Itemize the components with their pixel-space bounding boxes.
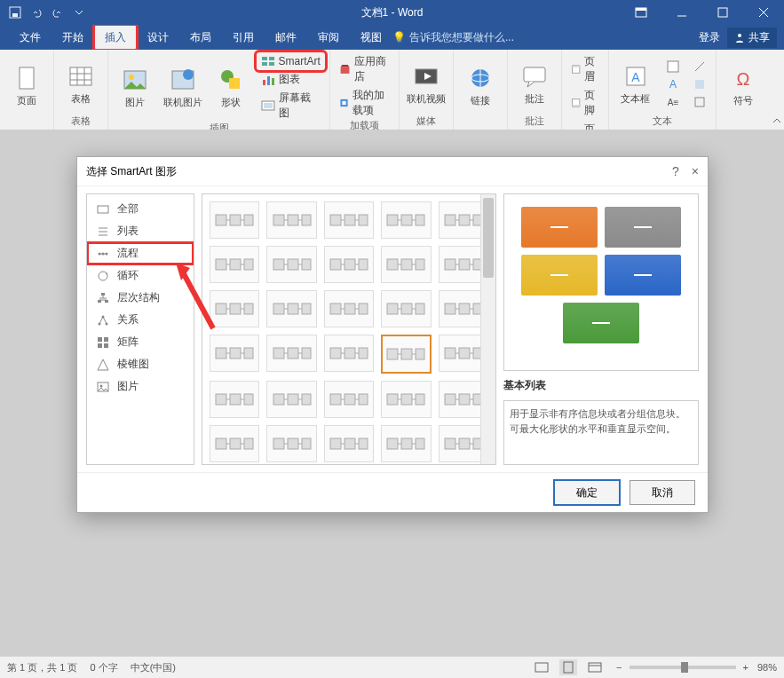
collapse-ribbon-icon[interactable]: [770, 50, 784, 130]
cancel-button[interactable]: 取消: [630, 480, 695, 505]
zoom-level[interactable]: 98%: [757, 662, 777, 673]
layout-thumbnail[interactable]: [324, 425, 374, 462]
pictures-button[interactable]: 图片: [114, 66, 156, 109]
comment-button[interactable]: 批注: [513, 62, 556, 106]
minimize-icon[interactable]: [661, 0, 702, 25]
layout-thumbnail[interactable]: [210, 335, 259, 372]
tab-mailings[interactable]: 邮件: [265, 25, 307, 50]
share-button[interactable]: 共享: [727, 28, 777, 48]
zoom-slider-thumb[interactable]: [681, 662, 688, 673]
cat-list[interactable]: 列表: [87, 220, 194, 242]
screenshot-button[interactable]: 屏幕截图: [257, 90, 325, 122]
layout-thumbnail[interactable]: [266, 381, 316, 418]
layout-thumbnail[interactable]: [210, 246, 259, 283]
text-opt-6[interactable]: [689, 94, 710, 110]
ok-button[interactable]: 确定: [553, 479, 621, 506]
links-button[interactable]: 链接: [459, 64, 502, 107]
shapes-button[interactable]: 形状: [210, 66, 252, 109]
layout-thumbnail[interactable]: [210, 290, 259, 327]
tell-me[interactable]: 💡 告诉我您想要做什么...: [392, 25, 514, 50]
cat-relationship[interactable]: 关系: [87, 309, 194, 331]
svg-rect-82: [359, 215, 368, 225]
layout-thumbnail[interactable]: [266, 246, 316, 283]
layout-thumbnail[interactable]: [266, 290, 316, 327]
cat-hierarchy[interactable]: 层次结构: [87, 287, 194, 309]
status-word-count[interactable]: 0 个字: [90, 661, 117, 674]
text-opt-2[interactable]: A: [662, 76, 684, 92]
view-web-icon[interactable]: [588, 661, 602, 674]
symbol-button[interactable]: Ω 符号: [722, 64, 764, 107]
scrollbar-thumb[interactable]: [483, 198, 494, 278]
zoom-slider[interactable]: [630, 666, 736, 669]
cat-picture[interactable]: 图片: [87, 375, 194, 398]
text-opt-5[interactable]: [689, 76, 710, 92]
zoom-out-button[interactable]: −: [616, 662, 622, 673]
tab-insert[interactable]: 插入: [94, 25, 137, 50]
cat-all[interactable]: 全部: [87, 198, 194, 220]
dialog-help-icon[interactable]: ?: [672, 164, 679, 178]
maximize-icon[interactable]: [702, 0, 743, 25]
cat-matrix[interactable]: 矩阵: [87, 331, 194, 353]
footer-button[interactable]: 页脚: [567, 87, 603, 119]
tab-references[interactable]: 引用: [222, 25, 265, 50]
login-link[interactable]: 登录: [699, 30, 720, 45]
layout-thumbnail[interactable]: [210, 425, 259, 462]
layout-thumbnail[interactable]: [381, 335, 431, 374]
pages-button[interactable]: 页面: [5, 64, 48, 107]
text-opt-3[interactable]: A≡: [662, 94, 684, 110]
group-comments: 批注 批注: [508, 50, 562, 130]
svg-rect-120: [230, 348, 241, 359]
dialog-close-icon[interactable]: ×: [692, 164, 699, 178]
layout-thumbnail[interactable]: [381, 381, 431, 418]
svg-rect-114: [401, 304, 412, 314]
close-icon[interactable]: [743, 0, 784, 25]
layout-thumbnail[interactable]: [381, 290, 431, 327]
smartart-button[interactable]: SmartArt: [257, 53, 325, 69]
undo-icon[interactable]: [28, 4, 44, 20]
gallery-scrollbar[interactable]: [480, 194, 495, 464]
cat-process[interactable]: 流程: [87, 242, 194, 264]
layout-thumbnail[interactable]: [324, 290, 374, 327]
table-button[interactable]: 表格: [59, 62, 102, 106]
view-read-icon[interactable]: [535, 661, 549, 674]
tab-home[interactable]: 开始: [51, 25, 94, 50]
layout-thumbnail[interactable]: [381, 246, 431, 283]
layout-thumbnail[interactable]: [324, 201, 374, 239]
online-video-button[interactable]: 联机视频: [405, 62, 447, 106]
svg-rect-145: [416, 394, 424, 405]
layout-thumbnail[interactable]: [381, 201, 431, 239]
layout-thumbnail[interactable]: [324, 246, 374, 283]
layout-thumbnail[interactable]: [210, 201, 259, 239]
layout-thumbnail[interactable]: [266, 201, 316, 239]
status-language[interactable]: 中文(中国): [131, 661, 176, 674]
layout-thumbnail[interactable]: [210, 381, 259, 418]
text-opt-1[interactable]: [662, 59, 684, 75]
layout-thumbnail[interactable]: [324, 335, 374, 372]
online-pictures-button[interactable]: 联机图片: [162, 66, 204, 109]
view-print-icon[interactable]: [559, 659, 577, 675]
tab-layout[interactable]: 布局: [179, 25, 222, 50]
my-addins-button[interactable]: 我的加载项: [336, 87, 392, 119]
textbox-button[interactable]: A 文本框: [614, 62, 657, 106]
cat-pyramid[interactable]: 棱锥图: [87, 353, 194, 375]
footer-label: 页脚: [584, 88, 599, 118]
chart-button[interactable]: 图表: [257, 71, 325, 88]
tab-file[interactable]: 文件: [9, 25, 51, 50]
text-opt-4[interactable]: [689, 59, 710, 75]
layout-thumbnail[interactable]: [381, 425, 431, 462]
tab-design[interactable]: 设计: [137, 25, 179, 50]
tab-view[interactable]: 视图: [350, 25, 392, 50]
layout-thumbnail[interactable]: [266, 335, 316, 372]
save-icon[interactable]: [7, 4, 23, 20]
layout-thumbnail[interactable]: [324, 381, 374, 418]
zoom-in-button[interactable]: +: [743, 662, 748, 673]
header-button[interactable]: 页眉: [567, 53, 603, 85]
cat-cycle[interactable]: 循环: [87, 264, 194, 287]
ribbon-display-options-icon[interactable]: [621, 0, 661, 25]
tab-review[interactable]: 审阅: [307, 25, 350, 50]
qat-more-icon[interactable]: [71, 4, 87, 20]
layout-thumbnail[interactable]: [266, 425, 316, 462]
store-button[interactable]: 应用商店: [336, 53, 392, 85]
status-page[interactable]: 第 1 页，共 1 页: [7, 661, 77, 674]
redo-icon[interactable]: [50, 4, 66, 20]
